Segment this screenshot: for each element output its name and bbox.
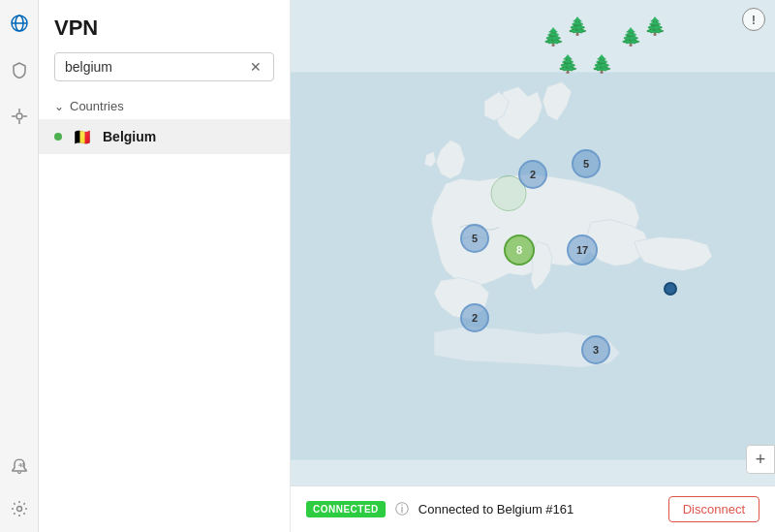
belgium-flag: 🇧🇪 (72, 129, 93, 144)
tree-icon-4: 🌲 (591, 53, 612, 75)
map-node-2a[interactable]: 2 (518, 160, 547, 189)
status-text: Connected to Belgium #161 (418, 502, 659, 516)
zoom-plus-button[interactable]: + (746, 445, 775, 474)
connected-dot (54, 133, 62, 141)
map-node-2b[interactable]: 2 (460, 303, 489, 332)
map-node-5b[interactable]: 5 (460, 224, 489, 253)
map-node-5a[interactable]: 5 (572, 149, 601, 178)
country-name: Belgium (103, 129, 156, 144)
globe-icon[interactable] (6, 10, 33, 37)
tree-icon-2: 🌲 (567, 16, 588, 37)
status-bar: CONNECTED ⓘ Connected to Belgium #161 Di… (291, 485, 775, 532)
notifications-icon[interactable]: 40 (6, 453, 33, 480)
left-panel: VPN ✕ ⌄ Countries 🇧🇪 Belgium (39, 0, 291, 532)
connected-badge: CONNECTED (306, 501, 386, 517)
svg-point-3 (16, 113, 22, 119)
tree-icon-5: 🌲 (620, 26, 641, 47)
map-node-dot[interactable] (664, 282, 677, 296)
shield-icon[interactable] (6, 56, 33, 83)
disconnect-button[interactable]: Disconnect (668, 496, 760, 522)
map-node-17[interactable]: 17 (567, 235, 598, 266)
search-clear-button[interactable]: ✕ (248, 59, 264, 75)
countries-header[interactable]: ⌄ Countries (39, 93, 290, 119)
svg-text:40: 40 (18, 462, 25, 468)
settings-icon[interactable] (6, 495, 33, 522)
country-item-belgium[interactable]: 🇧🇪 Belgium (39, 119, 290, 154)
map-info-button[interactable]: ! (742, 8, 765, 31)
tree-icon-3: 🌲 (557, 53, 578, 75)
map-node-8[interactable]: 8 (504, 235, 535, 266)
search-box: ✕ (54, 52, 274, 81)
sidebar-bottom: 40 (6, 453, 33, 522)
map-node-3[interactable]: 3 (581, 335, 610, 364)
svg-point-9 (16, 507, 21, 512)
chevron-icon: ⌄ (54, 100, 64, 113)
map-svg (291, 0, 775, 532)
sidebar: 40 (0, 0, 39, 532)
map-area: 🌲 🌲 🌲 🌲 🌲 🌲 2 5 5 8 17 2 3 ! + CONNECTED… (291, 0, 775, 532)
countries-label: Countries (70, 99, 124, 113)
star-icon[interactable] (6, 103, 33, 130)
tree-icon-6: 🌲 (644, 16, 666, 37)
info-icon[interactable]: ⓘ (395, 501, 409, 518)
search-input[interactable] (65, 59, 248, 75)
panel-title: VPN (39, 16, 290, 52)
tree-icon-1: 🌲 (542, 26, 564, 47)
